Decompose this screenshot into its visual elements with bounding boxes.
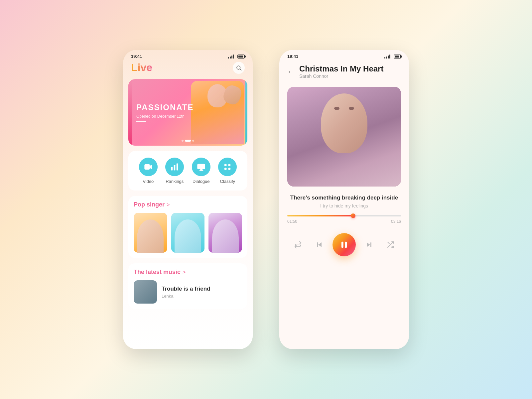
pause-button[interactable] (332, 233, 356, 256)
progress-container[interactable]: 01:50 03:16 (279, 211, 409, 228)
back-button[interactable]: ← (287, 68, 294, 75)
singer-card-3[interactable] (208, 213, 242, 253)
latest-music-arrow[interactable]: > (183, 269, 186, 275)
banner-dots (182, 140, 194, 142)
video-icon-circle (139, 158, 158, 176)
signal-bars-right (384, 55, 390, 59)
latest-music-title: The latest music (134, 269, 181, 276)
status-bar-left: 19:41 (123, 50, 253, 62)
svg-rect-14 (317, 242, 318, 247)
svg-rect-5 (177, 164, 178, 171)
music-title: Trouble is a friend (162, 286, 210, 292)
progress-fill (287, 215, 353, 216)
svg-rect-6 (197, 164, 205, 169)
icon-rankings[interactable]: Rankings (165, 158, 184, 184)
song-meta: Christmas In My Heart Sarah Connor (299, 64, 383, 79)
svg-rect-15 (341, 242, 343, 248)
battery-right (394, 55, 401, 59)
latest-music-header: The latest music > (134, 269, 242, 276)
signal-bar-r4 (389, 55, 390, 59)
svg-line-1 (240, 69, 241, 70)
status-time-right: 19:41 (287, 54, 298, 59)
signal-bar-r1 (384, 57, 385, 59)
album-art-image (287, 87, 401, 187)
svg-rect-3 (171, 167, 173, 171)
battery-fill-right (395, 56, 399, 58)
time-total: 03:16 (391, 219, 401, 224)
dot-2 (185, 140, 191, 142)
progress-times: 01:50 03:16 (287, 219, 401, 224)
svg-marker-13 (318, 242, 322, 247)
song-title: Christmas In My Heart (299, 64, 383, 73)
next-icon (365, 241, 373, 249)
dot-3 (192, 140, 194, 142)
dialogue-icon (197, 162, 206, 172)
svg-point-9 (224, 164, 227, 166)
icon-classify[interactable]: Classify (218, 158, 237, 184)
progress-bar[interactable] (287, 215, 401, 216)
svg-rect-4 (174, 165, 176, 170)
banner-subtitle: Opened on December 12th (136, 114, 194, 119)
signal-bar-4 (233, 55, 234, 59)
banner-line (136, 121, 146, 122)
banner[interactable]: PASSIONATE Opened on December 12th (128, 79, 247, 146)
song-header: ← Christmas In My Heart Sarah Connor (279, 62, 409, 84)
video-label: Video (143, 179, 154, 184)
music-item[interactable]: Trouble is a friend Lenka (134, 280, 242, 304)
banner-image (188, 79, 247, 146)
lyric-main: There's something breaking deep inside (287, 195, 401, 201)
dialogue-label: Dialogue (193, 179, 209, 184)
banner-title: PASSIONATE (136, 103, 194, 112)
right-phone: 19:41 ← Christmas In My Heart Sarah Conn… (279, 50, 409, 349)
live-title: Live (131, 62, 152, 74)
music-thumbnail (134, 280, 157, 304)
icon-grid: Video Rankings (128, 151, 247, 191)
phones-container: 19:41 Live (123, 50, 409, 349)
svg-point-12 (228, 168, 231, 170)
status-icons-left (228, 55, 245, 59)
classify-icon-circle (218, 158, 237, 176)
previous-icon (315, 241, 323, 249)
battery-left (237, 55, 245, 59)
icon-video[interactable]: Video (139, 158, 158, 184)
repeat-icon (294, 241, 302, 249)
pop-singer-title: Pop singer (134, 201, 165, 208)
singer-card-1[interactable] (134, 213, 167, 253)
signal-bar-1 (228, 57, 229, 59)
rankings-icon (170, 162, 179, 172)
svg-rect-8 (202, 166, 203, 168)
album-art (287, 87, 401, 187)
song-artist: Sarah Connor (299, 73, 383, 79)
shuffle-button[interactable] (382, 237, 398, 253)
singer-card-2[interactable] (171, 213, 205, 253)
singer-grid (134, 213, 242, 253)
svg-point-11 (224, 168, 227, 170)
left-phone: 19:41 Live (123, 50, 253, 349)
rankings-icon-circle (165, 158, 184, 176)
svg-marker-17 (367, 242, 370, 247)
repeat-button[interactable] (290, 237, 306, 253)
playback-controls (279, 228, 409, 264)
signal-bars-left (228, 55, 234, 59)
status-bar-right: 19:41 (279, 50, 409, 62)
svg-rect-7 (199, 166, 200, 168)
classify-label: Classify (220, 179, 235, 184)
music-subtitle: Lenka (162, 294, 210, 299)
latest-music-section: The latest music > Trouble is a friend L… (128, 263, 247, 309)
previous-button[interactable] (311, 237, 327, 253)
icon-dialogue[interactable]: Dialogue (192, 158, 210, 184)
svg-rect-16 (345, 242, 347, 248)
pop-singer-arrow[interactable]: > (167, 202, 170, 208)
search-icon (236, 65, 242, 71)
svg-rect-2 (144, 164, 150, 170)
search-button[interactable] (233, 62, 245, 74)
banner-strip-left (128, 79, 132, 146)
next-button[interactable] (361, 237, 377, 253)
battery-fill (238, 56, 243, 58)
banner-text: PASSIONATE Opened on December 12th (136, 103, 194, 122)
signal-bar-3 (231, 56, 232, 59)
classify-icon (223, 162, 232, 172)
svg-rect-18 (370, 242, 371, 247)
banner-strip-right (245, 79, 247, 146)
music-info: Trouble is a friend Lenka (162, 286, 210, 299)
